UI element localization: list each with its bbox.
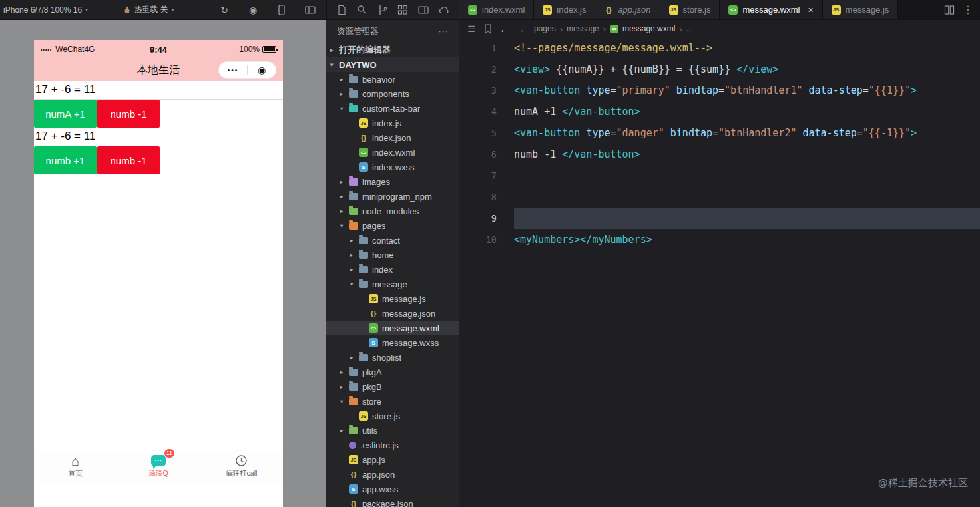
editor-tab-app.json[interactable]: {}app.json	[595, 0, 660, 19]
tree-item-打开的编辑器[interactable]: ▸打开的编辑器	[326, 43, 459, 57]
tree-item-message[interactable]: ▾message	[326, 277, 459, 291]
editor-tab-store.js[interactable]: JSstore.js	[660, 0, 720, 19]
tree-item-index.json[interactable]: {}index.json	[326, 130, 459, 145]
numA-plus-button[interactable]: numA +1	[34, 100, 97, 128]
code-line-2[interactable]: 2<view> {{numA}} + {{numB}} = {{sum}} </…	[459, 59, 980, 80]
code-line-3[interactable]: 3<van-button type="primary" bindtap="btn…	[459, 80, 980, 101]
tree-item-index[interactable]: ▸index	[326, 262, 459, 277]
line-content: <!--pages/message/message.wxml-->	[514, 37, 980, 59]
new-file-icon[interactable]	[336, 4, 348, 16]
tree-item-label: home	[372, 250, 394, 260]
tree-item-pages[interactable]: ▾pages	[326, 218, 459, 233]
tree-item-components[interactable]: ▸components	[326, 86, 459, 101]
numb-minus-button[interactable]: numb -1	[97, 146, 160, 174]
chevron-right-icon: ▸	[330, 47, 339, 53]
outline-icon[interactable]: ☰	[466, 23, 477, 34]
plugins-grid-icon[interactable]	[397, 4, 409, 16]
tree-item-pkgA[interactable]: ▸pkgA	[326, 365, 459, 379]
refresh-icon[interactable]: ↻	[219, 5, 230, 15]
bookmark-icon[interactable]	[483, 23, 493, 34]
tree-item-utils[interactable]: ▸utils	[326, 423, 459, 438]
cloud-icon[interactable]	[438, 4, 450, 16]
folder-icon	[359, 354, 368, 361]
breadcrumb-item[interactable]: ...	[686, 24, 693, 33]
tree-item-contact[interactable]: ▸contact	[326, 233, 459, 248]
tree-item-app.js[interactable]: JSapp.js	[326, 452, 459, 467]
tree-item-pkgB[interactable]: ▸pkgB	[326, 379, 459, 394]
breadcrumb-item[interactable]: message.wxml	[622, 24, 675, 33]
editor-tab-index.js[interactable]: JSindex.js	[534, 0, 595, 19]
tab-messages[interactable]: ••• 11 滴滴Q	[117, 450, 200, 482]
tree-item-label: message.js	[382, 294, 426, 304]
tree-item-shoplist[interactable]: ▸shoplist	[326, 350, 459, 365]
line-content	[514, 208, 980, 229]
tree-item-home[interactable]: ▸home	[326, 248, 459, 262]
code-token: <van-button	[514, 84, 580, 96]
editor-tab-message.js[interactable]: JSmessage.js	[823, 0, 899, 19]
tree-item-store.js[interactable]: JSstore.js	[326, 409, 459, 423]
tree-item-.eslintrc.js[interactable]: .eslintrc.js	[326, 438, 459, 452]
split-editor-icon[interactable]	[944, 5, 955, 15]
tree-item-app.json[interactable]: {}app.json	[326, 467, 459, 482]
code-line-8[interactable]: 8	[459, 186, 980, 208]
tree-item-store[interactable]: ▾store	[326, 394, 459, 409]
tree-item-miniprogram_npm[interactable]: ▸miniprogram_npm	[326, 189, 459, 204]
tree-item-index.js[interactable]: JSindex.js	[326, 116, 459, 130]
tree-item-DAYTWO[interactable]: ▾DAYTWO	[326, 57, 459, 72]
record-icon[interactable]: ◉	[248, 5, 258, 15]
tree-item-message.js[interactable]: JSmessage.js	[326, 291, 459, 306]
tree-item-images[interactable]: ▸images	[326, 174, 459, 189]
tree-item-index.wxml[interactable]: <>index.wxml	[326, 145, 459, 160]
code-line-9[interactable]: 9	[459, 208, 980, 229]
breadcrumb-item[interactable]: message	[567, 24, 599, 33]
capsule-exit-icon[interactable]: ◉	[248, 65, 276, 75]
code-line-10[interactable]: 10<myNumbers></myNumbers>	[459, 229, 980, 250]
tab-home[interactable]: ⌂ 首页	[34, 450, 117, 482]
code-area[interactable]: 1<!--pages/message/message.wxml-->2<view…	[459, 37, 980, 250]
tree-item-label: index.json	[372, 133, 411, 143]
breadcrumb-separator: ›	[679, 24, 682, 34]
code-line-7[interactable]: 7	[459, 165, 980, 186]
close-tab-icon[interactable]: ×	[808, 5, 813, 15]
line-number: 7	[459, 165, 497, 186]
phone-preview-icon[interactable]	[276, 5, 287, 15]
tree-item-message.wxml[interactable]: <>message.wxml	[326, 321, 459, 335]
hot-reload-toggle[interactable]: 热重载 关 ▾	[124, 4, 174, 15]
breadcrumb-item[interactable]: pages	[534, 24, 556, 33]
device-selector[interactable]: iPhone 6/7/8 100% 16 ▾	[3, 5, 88, 15]
code-line-4[interactable]: 4numA +1 </van-button>	[459, 101, 980, 122]
search-icon[interactable]	[356, 4, 368, 16]
editor-tab-message.wxml[interactable]: <>message.wxml×	[720, 0, 822, 19]
more-actions-icon[interactable]: ⋮	[963, 3, 973, 16]
tree-item-index.wxss[interactable]: Sindex.wxss	[326, 160, 459, 174]
tab-call[interactable]: 疯狂打call	[200, 450, 283, 482]
capsule-menu[interactable]: ••• ◉	[218, 61, 276, 79]
git-branch-icon[interactable]	[377, 4, 389, 16]
wxml-file-icon: <>	[468, 5, 477, 15]
code-line-1[interactable]: 1<!--pages/message/message.wxml-->	[459, 37, 980, 59]
panel-layout-icon[interactable]	[417, 4, 429, 16]
chevron-right-icon: ▸	[340, 76, 349, 83]
numb-minus-button[interactable]: numb -1	[97, 100, 160, 128]
layout-icon[interactable]	[305, 5, 316, 15]
explorer-more-icon[interactable]: ···	[439, 27, 449, 36]
folder-icon	[349, 76, 358, 83]
tree-item-label: shoplist	[372, 353, 401, 363]
tree-item-package.json[interactable]: {}package.json	[326, 496, 459, 507]
clock-icon	[235, 454, 248, 468]
tree-item-message.json[interactable]: {}message.json	[326, 306, 459, 321]
code-line-6[interactable]: 6numb -1 </van-button>	[459, 144, 980, 165]
editor-tab-index.wxml[interactable]: <>index.wxml	[459, 0, 534, 19]
tree-item-custom-tab-bar[interactable]: ▾custom-tab-bar	[326, 101, 459, 116]
file-tree: ▸打开的编辑器▾DAYTWO▸behavior▸components▾custo…	[326, 43, 459, 507]
numb-plus-button[interactable]: numb +1	[34, 146, 97, 174]
forward-icon[interactable]: →	[515, 23, 525, 35]
tree-item-node_modules[interactable]: ▸node_modules	[326, 204, 459, 218]
menu-dots-icon[interactable]: •••	[219, 67, 247, 74]
tree-item-message.wxss[interactable]: Smessage.wxss	[326, 335, 459, 350]
code-line-5[interactable]: 5<van-button type="danger" bindtap="btnH…	[459, 122, 980, 144]
tree-item-behavior[interactable]: ▸behavior	[326, 72, 459, 86]
back-icon[interactable]: ←	[499, 23, 509, 35]
code-token	[580, 127, 586, 139]
tree-item-app.wxss[interactable]: Sapp.wxss	[326, 482, 459, 496]
